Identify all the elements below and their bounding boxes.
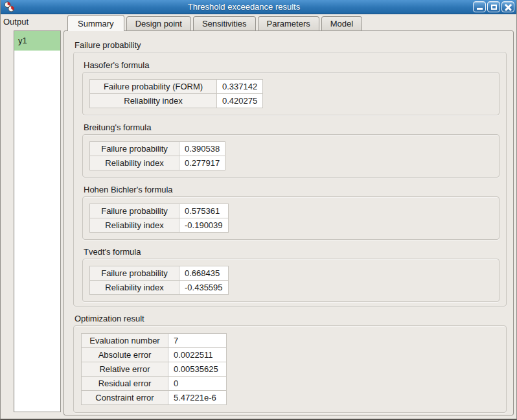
output-panel-label: Output [3, 17, 29, 27]
row-value: -0.190039 [179, 218, 229, 233]
breitung-section: Breitung's formula Failure probability 0… [82, 122, 500, 178]
output-listbox[interactable]: y1 [14, 30, 61, 412]
hasofer-frame: Failure probability (FORM) 0.337142 Reli… [82, 72, 500, 115]
breitung-frame: Failure probability 0.390538 Reliability… [82, 134, 500, 178]
close-icon [505, 3, 512, 10]
tab-model[interactable]: Model [321, 16, 362, 30]
table-row: Failure probability 0.575361 [90, 204, 229, 218]
tab-summary[interactable]: Summary [67, 15, 124, 31]
table-row: Failure probability 0.390538 [90, 142, 225, 156]
table-row: Reliability index 0.277917 [90, 156, 225, 170]
table-row: Absolute error 0.0022511 [82, 348, 227, 362]
section-title: Tvedt's formula [84, 247, 500, 257]
row-label: Reliability index [90, 218, 179, 233]
results-window: Threshold exceedance results Output y1 S… [0, 0, 517, 420]
list-item-y1[interactable]: y1 [14, 31, 60, 51]
row-label: Failure probability (FORM) [90, 80, 217, 94]
maximize-icon [491, 5, 497, 10]
failure-probability-frame: Hasofer's formula Failure probability (F… [73, 52, 507, 307]
row-label: Failure probability [90, 142, 179, 156]
tab-parameters[interactable]: Parameters [258, 16, 319, 30]
row-label: Absolute error [82, 348, 168, 362]
tab-bar: Summary Design point Sensitivities Param… [67, 16, 364, 30]
table-row: Reliability index -0.190039 [90, 218, 229, 233]
row-label: Evaluation number [82, 334, 168, 348]
group-title: Optimization result [75, 314, 507, 323]
minimize-button[interactable] [473, 1, 486, 12]
group-title: Failure probability [75, 40, 507, 50]
table-row: Reliability index -0.435595 [90, 281, 229, 295]
tvedt-section: Tvedt's formula Failure probability 0.66… [82, 247, 500, 302]
hohenbichler-table: Failure probability 0.575361 Reliability… [89, 204, 229, 233]
titlebar[interactable]: Threshold exceedance results [1, 0, 516, 14]
app-icon [4, 1, 15, 12]
tab-sensitivities[interactable]: Sensitivities [193, 16, 256, 30]
row-label: Failure probability [90, 204, 179, 218]
row-label: Reliability index [90, 281, 179, 295]
section-title: Hohen Bichler's formula [84, 185, 500, 194]
optimization-frame: Evaluation number 7 Absolute error 0.002… [73, 325, 507, 413]
row-value: 0 [168, 377, 227, 391]
row-label: Constraint error [82, 391, 168, 405]
tvedt-frame: Failure probability 0.668435 Reliability… [82, 259, 500, 302]
table-row: Failure probability 0.668435 [90, 266, 229, 281]
failure-probability-group: Failure probability Hasofer's formula Fa… [73, 40, 507, 307]
row-value: 0.575361 [179, 204, 229, 218]
hasofer-section: Hasofer's formula Failure probability (F… [82, 60, 500, 115]
section-title: Breitung's formula [84, 122, 500, 132]
tvedt-table: Failure probability 0.668435 Reliability… [89, 266, 229, 295]
row-label: Reliability index [90, 156, 179, 170]
table-row: Failure probability (FORM) 0.337142 [90, 80, 263, 94]
optimization-result-group: Optimization result Evaluation number 7 … [73, 314, 507, 413]
row-label: Reliability index [90, 94, 217, 108]
row-value: -0.435595 [179, 281, 229, 295]
row-value: 0.668435 [179, 266, 229, 281]
row-value: 0.00535625 [168, 362, 227, 377]
row-value: 0.277917 [179, 156, 225, 170]
hohenbichler-section: Hohen Bichler's formula Failure probabil… [82, 185, 500, 240]
close-button[interactable] [501, 1, 514, 12]
row-value: 0.0022511 [168, 348, 227, 362]
row-value: 7 [168, 334, 227, 348]
row-label: Failure probability [90, 266, 179, 281]
table-row: Residual error 0 [82, 377, 227, 391]
row-value: 0.390538 [179, 142, 225, 156]
breitung-table: Failure probability 0.390538 Reliability… [89, 141, 225, 170]
row-value: 0.337142 [217, 80, 263, 94]
row-value: 0.420275 [217, 94, 263, 108]
table-row: Evaluation number 7 [82, 334, 227, 348]
row-label: Residual error [82, 377, 168, 391]
row-value: 5.47221e-6 [168, 391, 227, 405]
table-row: Reliability index 0.420275 [90, 94, 263, 108]
maximize-button[interactable] [487, 1, 500, 12]
table-row: Relative error 0.00535625 [82, 362, 227, 377]
section-title: Hasofer's formula [84, 60, 500, 70]
hohenbichler-frame: Failure probability 0.575361 Reliability… [82, 196, 500, 240]
tab-design-point[interactable]: Design point [126, 16, 191, 30]
tab-area: Summary Design point Sensitivities Param… [63, 16, 514, 415]
hasofer-table: Failure probability (FORM) 0.337142 Reli… [89, 79, 263, 108]
table-row: Constraint error 5.47221e-6 [82, 391, 227, 405]
summary-tab-panel: Failure probability Hasofer's formula Fa… [63, 30, 514, 415]
optimization-table: Evaluation number 7 Absolute error 0.002… [81, 333, 227, 405]
row-label: Relative error [82, 362, 168, 377]
window-title: Threshold exceedance results [15, 2, 473, 12]
minimize-icon [477, 8, 483, 10]
